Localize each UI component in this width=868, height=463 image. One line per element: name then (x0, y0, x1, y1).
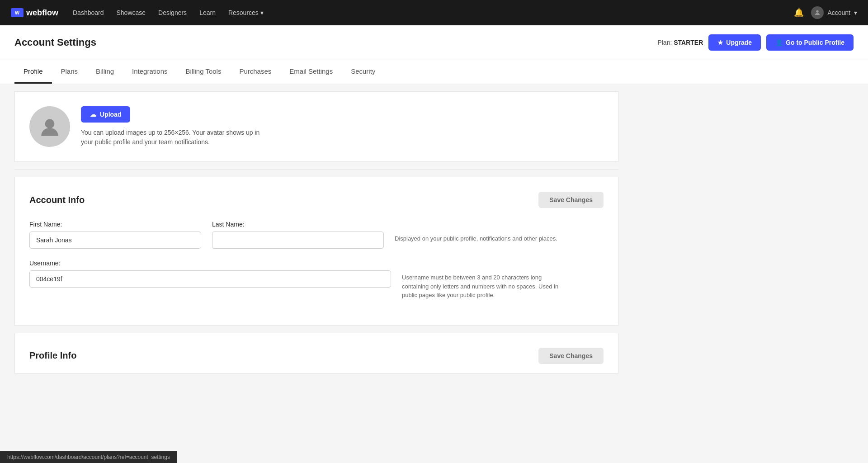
nav-designers[interactable]: Designers (158, 9, 187, 16)
person-icon: 👤 (775, 39, 783, 46)
svg-point-0 (816, 10, 819, 13)
nav-right: 🔔 Account ▾ (794, 6, 857, 19)
tab-billing[interactable]: Billing (87, 60, 123, 84)
last-name-group: Last Name: (212, 221, 384, 249)
nav-resources[interactable]: Resources ▾ (228, 9, 264, 16)
cloud-upload-icon: ☁ (90, 111, 96, 118)
account-menu[interactable]: Account ▾ (811, 6, 857, 19)
person-avatar-icon (38, 115, 61, 138)
tab-integrations[interactable]: Integrations (123, 60, 176, 84)
profile-info-section-card: Profile Info Save Changes (14, 333, 618, 373)
account-info-header: Account Info Save Changes (29, 192, 604, 208)
section-divider (14, 169, 618, 170)
nav-links: Dashboard Showcase Designers Learn Resou… (73, 9, 779, 16)
tab-purchases[interactable]: Purchases (230, 60, 280, 84)
account-info-title: Account Info (29, 195, 85, 205)
account-info-section-card: Account Info Save Changes First Name: La… (14, 177, 618, 326)
upgrade-button[interactable]: ★ Upgrade (708, 34, 761, 51)
upload-button[interactable]: ☁ Upload (81, 106, 130, 123)
username-hint: Username must be between 3 and 20 charac… (402, 260, 565, 300)
save-changes-button-top[interactable]: Save Changes (538, 192, 604, 208)
last-name-input[interactable] (212, 232, 384, 249)
avatar (29, 106, 70, 147)
tabs-bar: Profile Plans Billing Integrations Billi… (0, 60, 868, 84)
first-name-input[interactable] (29, 232, 201, 249)
top-navigation: W webflow Dashboard Showcase Designers L… (0, 0, 868, 25)
logo-icon: W (11, 8, 24, 17)
profile-info-title: Profile Info (29, 350, 76, 361)
plan-label: Plan: STARTER (657, 39, 703, 46)
notifications-bell-icon[interactable]: 🔔 (794, 8, 804, 18)
page-content: ☁ Upload You can upload images up to 256… (0, 91, 633, 373)
page-header: Account Settings Plan: STARTER ★ Upgrade… (0, 25, 868, 60)
tab-profile[interactable]: Profile (14, 60, 52, 84)
avatar-upload-area: ☁ Upload You can upload images up to 256… (81, 106, 262, 147)
save-changes-button-bottom[interactable]: Save Changes (538, 348, 604, 364)
username-input[interactable] (29, 270, 391, 288)
upload-hint: You can upload images up to 256×256. You… (81, 128, 262, 147)
page-title: Account Settings (14, 37, 96, 48)
go-to-public-profile-button[interactable]: 👤 Go to Public Profile (766, 34, 854, 51)
svg-point-1 (45, 119, 55, 128)
profile-info-header: Profile Info Save Changes (29, 348, 604, 364)
header-actions: Plan: STARTER ★ Upgrade 👤 Go to Public P… (657, 34, 854, 51)
account-chevron-icon: ▾ (854, 9, 857, 16)
tab-security[interactable]: Security (342, 60, 384, 84)
tab-plans[interactable]: Plans (52, 60, 87, 84)
nav-showcase[interactable]: Showcase (117, 9, 146, 16)
avatar-section: ☁ Upload You can upload images up to 256… (29, 106, 604, 147)
username-group: Username: (29, 260, 391, 288)
last-name-label: Last Name: (212, 221, 384, 228)
username-label: Username: (29, 260, 391, 267)
chevron-down-icon: ▾ (260, 9, 264, 16)
name-hint: Displayed on your public profile, notifi… (395, 221, 557, 243)
nav-learn[interactable]: Learn (199, 9, 216, 16)
account-avatar (811, 6, 824, 19)
first-name-group: First Name: (29, 221, 201, 249)
star-icon: ★ (717, 39, 723, 46)
nav-dashboard[interactable]: Dashboard (73, 9, 104, 16)
username-row: Username: Username must be between 3 and… (29, 260, 604, 300)
logo[interactable]: W webflow (11, 8, 58, 18)
logo-text: webflow (26, 8, 58, 18)
tab-billing-tools[interactable]: Billing Tools (176, 60, 230, 84)
avatar-section-card: ☁ Upload You can upload images up to 256… (14, 91, 618, 162)
first-name-label: First Name: (29, 221, 201, 228)
tab-email-settings[interactable]: Email Settings (280, 60, 342, 84)
name-fields-row: First Name: Last Name: Displayed on your… (29, 221, 604, 249)
account-label: Account (827, 9, 850, 16)
